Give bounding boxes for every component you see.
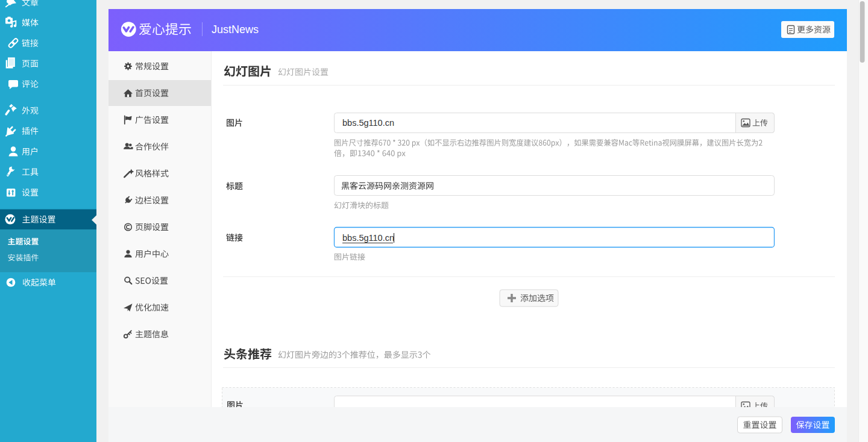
- svg-text:bbs.5g110.cn: bbs.5g110.cn: [342, 233, 394, 243]
- svg-text:bbs.5g110.cn: bbs.5g110.cn: [342, 118, 394, 128]
- svg-text:JustNews: JustNews: [212, 23, 259, 36]
